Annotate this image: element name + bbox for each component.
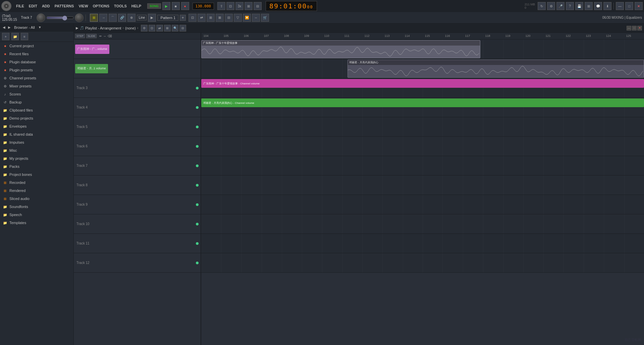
rpt-5[interactable]: ⊟ bbox=[225, 14, 233, 22]
sidebar-item-misc[interactable]: 📁Misc bbox=[0, 146, 73, 154]
playlist-arrow[interactable]: ▶ bbox=[76, 26, 78, 30]
sidebar-item-mixer-presets[interactable]: ⚙Mixer presets bbox=[0, 82, 73, 90]
bpm-display[interactable]: 130.000 bbox=[193, 3, 214, 10]
line-mode-arrow[interactable]: ▶ bbox=[148, 14, 156, 22]
sidebar-item-recorded[interactable]: ⊞Recorded bbox=[0, 179, 73, 187]
sidebar-add-btn[interactable]: + bbox=[2, 33, 9, 40]
right-tool-mic[interactable]: 🎤 bbox=[556, 2, 565, 10]
rpt-4[interactable]: ⊠ bbox=[216, 14, 224, 22]
play-button[interactable]: ▶ bbox=[162, 2, 170, 10]
sidebar-item-backup[interactable]: ↺Backup bbox=[0, 98, 73, 106]
sidebar-nav-more[interactable]: ▼ bbox=[38, 25, 42, 30]
sidebar-item-project-bones[interactable]: 📁Project bones bbox=[0, 170, 73, 179]
pattern-arrow-btn[interactable]: → bbox=[99, 14, 107, 22]
sidebar-item-templates[interactable]: 📁Templates bbox=[0, 219, 73, 227]
close-button[interactable]: ✕ bbox=[635, 2, 643, 10]
rpt-2[interactable]: ⇄ bbox=[198, 14, 206, 22]
sidebar-item-soundfonts[interactable]: 📁Soundfonts bbox=[0, 203, 73, 211]
sidebar-item-packs[interactable]: 📁Packs bbox=[0, 162, 73, 170]
maximize-button[interactable]: □ bbox=[625, 2, 633, 10]
sidebar-item-impulses[interactable]: 📁Impulses bbox=[0, 138, 73, 146]
tool-icon-1[interactable]: ⇧ bbox=[217, 2, 225, 10]
song-mode-button[interactable]: SONG bbox=[147, 3, 161, 9]
slide-btn[interactable]: SLIDE bbox=[86, 34, 97, 38]
pl-ctrl-3[interactable]: ⇄ bbox=[156, 25, 163, 31]
sidebar-item-recent-files[interactable]: ★Recent files bbox=[0, 50, 73, 58]
line-mode-selector[interactable]: Line bbox=[137, 15, 147, 20]
sidebar-nav-back[interactable]: ◀ bbox=[2, 25, 6, 30]
draw-tool-btn[interactable]: ✏ bbox=[99, 34, 102, 38]
tool-icon-5[interactable]: ⊟ bbox=[254, 2, 262, 10]
menu-tools[interactable]: TOOLS bbox=[112, 3, 129, 9]
volume-slider-thumb[interactable] bbox=[62, 16, 67, 20]
rpt-7[interactable]: 🔽 bbox=[243, 14, 251, 22]
menu-file[interactable]: FILE bbox=[14, 3, 26, 9]
audio-clip-track1[interactable]: 广东雨神 - 广东十年爱情故事 bbox=[201, 40, 480, 58]
master-volume-knob[interactable] bbox=[37, 13, 45, 22]
sidebar-item-my-projects[interactable]: 📁My projects bbox=[0, 154, 73, 162]
sidebar-item-rendered[interactable]: ⊞Rendered bbox=[0, 187, 73, 195]
record-button[interactable]: ● bbox=[181, 2, 189, 10]
master-pitch-knob[interactable] bbox=[75, 13, 84, 22]
sidebar-item-current-project[interactable]: ★Current project bbox=[0, 42, 73, 50]
tool-icon-3[interactable]: 3x bbox=[235, 2, 244, 10]
tool-icon-2[interactable]: ⊡ bbox=[226, 2, 234, 10]
right-tool-save[interactable]: 💾 bbox=[575, 2, 583, 10]
pattern-link-btn[interactable]: 🔗 bbox=[118, 14, 126, 22]
menu-add[interactable]: ADD bbox=[40, 3, 52, 9]
sidebar-item-envelopes[interactable]: 📁Envelopes bbox=[0, 122, 73, 130]
right-tool-refresh[interactable]: ↻ bbox=[538, 2, 546, 10]
pl-ctrl-5[interactable]: 🔍 bbox=[172, 25, 178, 31]
rpt-9[interactable]: 🛒 bbox=[261, 14, 269, 22]
eraser-tool-btn[interactable]: ⌫ bbox=[108, 34, 112, 38]
rpt-3[interactable]: ⊞ bbox=[207, 14, 215, 22]
pattern-curve-btn[interactable]: ⌒ bbox=[109, 14, 117, 22]
right-tool-download[interactable]: ⬇ bbox=[603, 2, 611, 10]
pl-ctrl-1[interactable]: ⚙ bbox=[141, 25, 148, 31]
sidebar-item-channel-presets[interactable]: ⚙Channel presets bbox=[0, 74, 73, 82]
audio-clip-track2[interactable]: 邓丽君 - 月亮代表我的心 bbox=[347, 60, 644, 78]
sidebar-item-plugin-presets[interactable]: ★Plugin presets bbox=[0, 66, 73, 74]
menu-edit[interactable]: EDIT bbox=[27, 3, 39, 9]
pattern-add-button[interactable]: + bbox=[180, 15, 186, 21]
sidebar-item-clipboard-files[interactable]: 📁Clipboard files bbox=[0, 106, 73, 114]
rpt-1[interactable]: ⊡ bbox=[189, 14, 197, 22]
menu-view[interactable]: VIEW bbox=[76, 3, 90, 9]
pl-ctrl-4[interactable]: ⊞ bbox=[164, 25, 171, 31]
menu-patterns[interactable]: PATTERNS bbox=[53, 3, 76, 9]
clip-deng-green[interactable]: 邓丽君 - 月..1 volume bbox=[75, 64, 108, 73]
pattern-stamp-btn[interactable]: ⊕ bbox=[127, 14, 136, 22]
master-volume-slider[interactable] bbox=[47, 16, 73, 19]
sidebar-item-demo-projects[interactable]: 📁Demo projects bbox=[0, 114, 73, 122]
pl-win-close[interactable]: ✕ bbox=[637, 26, 642, 30]
stop-button[interactable]: ■ bbox=[172, 2, 180, 10]
auto-clip-track3[interactable]: 广东雨神 - 广东十年爱情故事 - Channel volume bbox=[201, 79, 644, 88]
sidebar-more-btn[interactable]: ≡ bbox=[21, 33, 28, 40]
rpt-8[interactable]: ↔ bbox=[252, 14, 260, 22]
pl-ctrl-2[interactable]: ⊡ bbox=[149, 25, 155, 31]
sidebar-item-scores[interactable]: ♪Scores bbox=[0, 90, 73, 98]
right-tool-settings[interactable]: ⚙ bbox=[547, 2, 555, 10]
pl-win-minimize[interactable]: — bbox=[627, 26, 631, 30]
sidebar-nav-forward[interactable]: ▶ bbox=[7, 25, 11, 30]
menu-help[interactable]: HELP bbox=[129, 3, 143, 9]
menu-options[interactable]: OPTIONS bbox=[91, 3, 112, 9]
right-tool-chat[interactable]: 💬 bbox=[594, 2, 602, 10]
pl-ctrl-6[interactable]: ⊟ bbox=[179, 25, 186, 31]
sidebar-item-plugin-database[interactable]: ★Plugin database bbox=[0, 58, 73, 66]
step-btn[interactable]: STEP bbox=[75, 34, 85, 38]
right-tool-help[interactable]: ? bbox=[566, 2, 574, 10]
sidebar-folder-btn[interactable]: 📁 bbox=[11, 33, 19, 40]
sidebar-item-il-shared-data[interactable]: 📁IL shared data bbox=[0, 130, 73, 138]
clip-guang-pink[interactable]: 广东雨神 - 广...volume bbox=[75, 45, 109, 54]
rpt-6[interactable]: ▽ bbox=[234, 14, 242, 22]
tool-icon-4[interactable]: ⊞ bbox=[245, 2, 253, 10]
minimize-button[interactable]: — bbox=[616, 2, 624, 10]
auto-clip-track4[interactable]: 邓丽君 - 月亮代表我的心 - Channel volume bbox=[201, 98, 644, 107]
sidebar-item-sliced-audio[interactable]: ⊞Sliced audio bbox=[0, 195, 73, 203]
right-tool-pattern[interactable]: ⊞ bbox=[585, 2, 593, 10]
pl-win-maximize[interactable]: □ bbox=[632, 26, 637, 30]
arrow-tool-btn[interactable]: ↔ bbox=[103, 34, 106, 38]
sidebar-item-speech[interactable]: 📁Speech bbox=[0, 211, 73, 219]
pattern-grid-icon[interactable]: ⊞ bbox=[90, 14, 98, 22]
